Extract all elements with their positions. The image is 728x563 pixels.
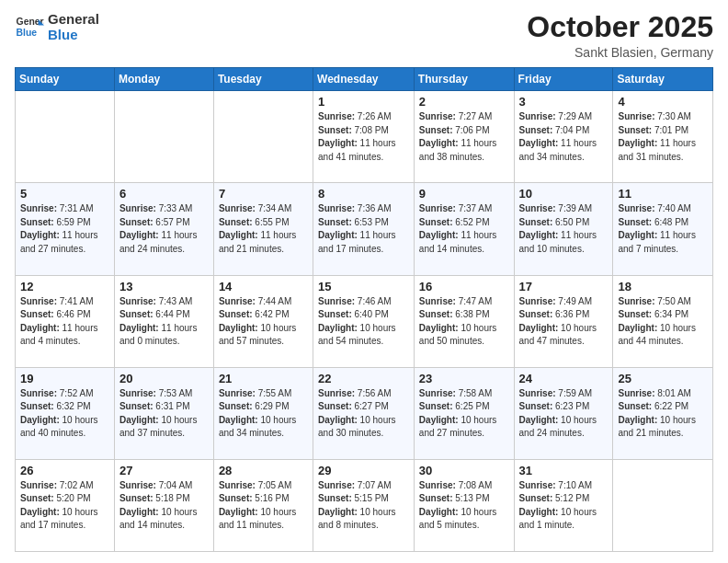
day-info: Sunrise: 7:43 AMSunset: 6:44 PMDaylight:…	[119, 295, 209, 349]
day-number: 7	[219, 187, 308, 201]
day-number: 3	[519, 95, 609, 109]
day-number: 14	[219, 280, 308, 293]
day-number: 2	[419, 95, 509, 109]
table-row: 30Sunrise: 7:08 AMSunset: 5:13 PMDayligh…	[414, 459, 514, 551]
day-info: Sunrise: 7:04 AMSunset: 5:18 PMDaylight:…	[119, 479, 209, 533]
day-number: 6	[119, 187, 209, 201]
day-number: 16	[419, 280, 509, 293]
table-row: 10Sunrise: 7:39 AMSunset: 6:50 PMDayligh…	[514, 183, 613, 275]
calendar-week-row: 1Sunrise: 7:26 AMSunset: 7:08 PMDaylight…	[16, 91, 713, 183]
day-number: 20	[119, 372, 209, 385]
day-info: Sunrise: 7:29 AMSunset: 7:04 PMDaylight:…	[519, 110, 609, 164]
day-info: Sunrise: 7:56 AMSunset: 6:27 PMDaylight:…	[318, 387, 409, 441]
table-row: 29Sunrise: 7:07 AMSunset: 5:15 PMDayligh…	[313, 459, 415, 551]
day-number: 5	[20, 187, 109, 201]
day-number: 21	[219, 372, 308, 385]
day-number: 27	[119, 464, 209, 477]
table-row: 3Sunrise: 7:29 AMSunset: 7:04 PMDaylight…	[514, 91, 613, 183]
day-info: Sunrise: 7:07 AMSunset: 5:15 PMDaylight:…	[318, 479, 409, 533]
logo-icon: General Blue	[15, 12, 44, 41]
day-info: Sunrise: 7:44 AMSunset: 6:42 PMDaylight:…	[219, 295, 308, 349]
table-row: 23Sunrise: 7:58 AMSunset: 6:25 PMDayligh…	[414, 367, 514, 459]
day-info: Sunrise: 7:02 AMSunset: 5:20 PMDaylight:…	[20, 479, 109, 533]
table-row	[613, 459, 713, 551]
table-row: 6Sunrise: 7:33 AMSunset: 6:57 PMDaylight…	[114, 183, 213, 275]
table-row: 28Sunrise: 7:05 AMSunset: 5:16 PMDayligh…	[213, 459, 313, 551]
day-info: Sunrise: 7:10 AMSunset: 5:12 PMDaylight:…	[519, 479, 609, 533]
table-row: 4Sunrise: 7:30 AMSunset: 7:01 PMDaylight…	[613, 91, 713, 183]
header-tuesday: Tuesday	[213, 68, 313, 91]
table-row: 21Sunrise: 7:55 AMSunset: 6:29 PMDayligh…	[213, 367, 313, 459]
day-info: Sunrise: 7:26 AMSunset: 7:08 PMDaylight:…	[318, 110, 409, 164]
day-number: 17	[519, 280, 609, 293]
table-row: 25Sunrise: 8:01 AMSunset: 6:22 PMDayligh…	[613, 367, 713, 459]
table-row	[16, 91, 115, 183]
table-row: 8Sunrise: 7:36 AMSunset: 6:53 PMDaylight…	[313, 183, 415, 275]
day-info: Sunrise: 7:53 AMSunset: 6:31 PMDaylight:…	[119, 387, 209, 441]
day-info: Sunrise: 7:46 AMSunset: 6:40 PMDaylight:…	[318, 295, 409, 349]
day-number: 1	[318, 95, 409, 109]
day-number: 15	[318, 280, 409, 293]
day-info: Sunrise: 7:59 AMSunset: 6:23 PMDaylight:…	[519, 387, 609, 441]
table-row: 17Sunrise: 7:49 AMSunset: 6:36 PMDayligh…	[514, 275, 613, 367]
day-info: Sunrise: 7:33 AMSunset: 6:57 PMDaylight:…	[119, 202, 209, 256]
table-row: 26Sunrise: 7:02 AMSunset: 5:20 PMDayligh…	[16, 459, 115, 551]
day-info: Sunrise: 7:52 AMSunset: 6:32 PMDaylight:…	[20, 387, 109, 441]
day-number: 29	[318, 464, 409, 477]
table-row: 31Sunrise: 7:10 AMSunset: 5:12 PMDayligh…	[514, 459, 613, 551]
day-info: Sunrise: 7:40 AMSunset: 6:48 PMDaylight:…	[618, 202, 708, 256]
day-number: 8	[318, 187, 409, 201]
logo: General Blue General Blue	[15, 11, 99, 43]
table-row: 19Sunrise: 7:52 AMSunset: 6:32 PMDayligh…	[16, 367, 115, 459]
day-info: Sunrise: 7:08 AMSunset: 5:13 PMDaylight:…	[419, 479, 509, 533]
header-thursday: Thursday	[414, 68, 514, 91]
day-info: Sunrise: 7:41 AMSunset: 6:46 PMDaylight:…	[20, 295, 109, 349]
day-info: Sunrise: 8:01 AMSunset: 6:22 PMDaylight:…	[618, 387, 708, 441]
header-wednesday: Wednesday	[313, 68, 415, 91]
calendar-week-row: 5Sunrise: 7:31 AMSunset: 6:59 PMDaylight…	[16, 183, 713, 275]
table-row: 9Sunrise: 7:37 AMSunset: 6:52 PMDaylight…	[414, 183, 514, 275]
table-row: 24Sunrise: 7:59 AMSunset: 6:23 PMDayligh…	[514, 367, 613, 459]
table-row: 27Sunrise: 7:04 AMSunset: 5:18 PMDayligh…	[114, 459, 213, 551]
header-friday: Friday	[514, 68, 613, 91]
calendar-week-row: 12Sunrise: 7:41 AMSunset: 6:46 PMDayligh…	[16, 275, 713, 367]
calendar-week-row: 19Sunrise: 7:52 AMSunset: 6:32 PMDayligh…	[16, 367, 713, 459]
day-number: 31	[519, 464, 609, 477]
day-info: Sunrise: 7:27 AMSunset: 7:06 PMDaylight:…	[419, 110, 509, 164]
page-header: General Blue General Blue October 2025 S…	[15, 11, 713, 60]
table-row: 18Sunrise: 7:50 AMSunset: 6:34 PMDayligh…	[613, 275, 713, 367]
table-row: 5Sunrise: 7:31 AMSunset: 6:59 PMDaylight…	[16, 183, 115, 275]
day-info: Sunrise: 7:31 AMSunset: 6:59 PMDaylight:…	[20, 202, 109, 256]
day-number: 30	[419, 464, 509, 477]
day-info: Sunrise: 7:34 AMSunset: 6:55 PMDaylight:…	[219, 202, 308, 256]
table-row: 1Sunrise: 7:26 AMSunset: 7:08 PMDaylight…	[313, 91, 415, 183]
day-number: 19	[20, 372, 109, 385]
day-number: 11	[618, 187, 708, 201]
day-info: Sunrise: 7:05 AMSunset: 5:16 PMDaylight:…	[219, 479, 308, 533]
day-number: 26	[20, 464, 109, 477]
table-row: 15Sunrise: 7:46 AMSunset: 6:40 PMDayligh…	[313, 275, 415, 367]
header-saturday: Saturday	[613, 68, 713, 91]
table-row: 20Sunrise: 7:53 AMSunset: 6:31 PMDayligh…	[114, 367, 213, 459]
calendar-header-row: Sunday Monday Tuesday Wednesday Thursday…	[16, 68, 713, 91]
day-number: 13	[119, 280, 209, 293]
day-info: Sunrise: 7:55 AMSunset: 6:29 PMDaylight:…	[219, 387, 308, 441]
location: Sankt Blasien, Germany	[527, 45, 713, 60]
day-number: 24	[519, 372, 609, 385]
calendar-table: Sunday Monday Tuesday Wednesday Thursday…	[15, 67, 713, 552]
month-title: October 2025	[527, 11, 713, 43]
table-row	[213, 91, 313, 183]
table-row: 14Sunrise: 7:44 AMSunset: 6:42 PMDayligh…	[213, 275, 313, 367]
svg-text:Blue: Blue	[17, 28, 38, 38]
day-info: Sunrise: 7:37 AMSunset: 6:52 PMDaylight:…	[419, 202, 509, 256]
table-row: 2Sunrise: 7:27 AMSunset: 7:06 PMDaylight…	[414, 91, 514, 183]
logo-blue: Blue	[48, 27, 99, 42]
day-number: 18	[618, 280, 708, 293]
day-number: 28	[219, 464, 308, 477]
header-monday: Monday	[114, 68, 213, 91]
day-info: Sunrise: 7:49 AMSunset: 6:36 PMDaylight:…	[519, 295, 609, 349]
day-info: Sunrise: 7:50 AMSunset: 6:34 PMDaylight:…	[618, 295, 708, 349]
day-number: 23	[419, 372, 509, 385]
day-info: Sunrise: 7:36 AMSunset: 6:53 PMDaylight:…	[318, 202, 409, 256]
day-info: Sunrise: 7:58 AMSunset: 6:25 PMDaylight:…	[419, 387, 509, 441]
